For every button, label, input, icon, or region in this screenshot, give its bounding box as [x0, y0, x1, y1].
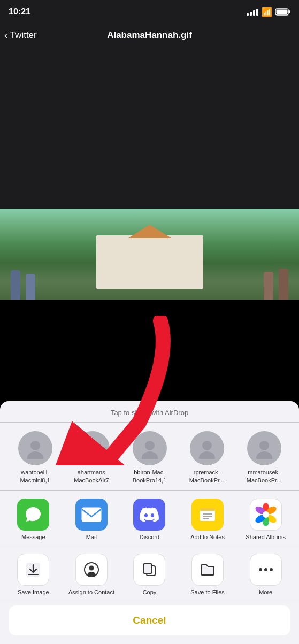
person-name-4: rpremack-MacBookPr... [189, 469, 224, 484]
back-label: Twitter [10, 30, 37, 41]
photos-icon [250, 499, 282, 531]
back-chevron-icon: ‹ [4, 29, 8, 41]
svg-rect-2 [277, 10, 288, 14]
app-label-discord: Discord [140, 534, 159, 540]
nav-bar: ‹ Twitter AlabamaHannah.gif [0, 24, 299, 47]
svg-point-35 [270, 568, 273, 571]
action-item-copy[interactable]: Copy [126, 554, 173, 595]
app-row: Message Mail Discord [0, 491, 299, 546]
app-item-discord[interactable]: Discord [126, 499, 173, 540]
mail-icon [75, 499, 108, 531]
app-label-notes: Add to Notes [190, 534, 225, 540]
svg-point-30 [87, 572, 95, 577]
page-title: AlabamaHannah.gif [107, 30, 192, 41]
svg-rect-13 [82, 508, 101, 522]
app-label-message: Message [21, 534, 45, 540]
svg-point-4 [27, 451, 43, 459]
copy-icon [133, 554, 165, 586]
person-avatar-4 [190, 431, 224, 465]
svg-point-10 [199, 451, 215, 459]
save-image-icon [17, 554, 49, 586]
status-time: 10:21 [9, 7, 30, 17]
person-name-3: bbiron-Mac-BookPro14,1 [133, 469, 167, 484]
person-name-5: mmatousek-MacBookPr... [247, 469, 281, 484]
svg-point-33 [259, 568, 262, 571]
person-avatar-5 [247, 431, 281, 465]
action-item-more[interactable]: More [242, 554, 289, 595]
action-label-copy: Copy [143, 589, 157, 595]
svg-point-8 [142, 451, 158, 459]
airdrop-people-row: wantonelli-Macmini8,1 ahartmans-MacBookA… [0, 423, 299, 491]
signal-icon [247, 9, 258, 16]
svg-rect-1 [289, 10, 290, 13]
svg-point-25 [263, 511, 269, 518]
svg-point-9 [202, 441, 212, 450]
svg-point-29 [89, 566, 94, 571]
more-icon [250, 554, 282, 586]
airdrop-person-3[interactable]: bbiron-Mac-BookPro14,1 [126, 431, 174, 484]
action-item-save-files[interactable]: Save to Files [184, 554, 231, 595]
notes-icon [191, 499, 224, 531]
action-item-assign-contact[interactable]: Assign to Contact [68, 554, 115, 595]
person-avatar-3 [133, 431, 167, 465]
airdrop-person-4[interactable]: rpremack-MacBookPr... [183, 431, 231, 484]
svg-point-7 [145, 441, 155, 450]
svg-point-5 [88, 441, 97, 450]
status-bar: 10:21 📶 [0, 0, 299, 24]
person-avatar-2 [75, 431, 110, 465]
assign-contact-icon [75, 554, 108, 586]
action-item-save-image[interactable]: Save Image [10, 554, 57, 595]
svg-point-12 [256, 451, 272, 459]
person-name-1: wantonelli-Macmini8,1 [20, 469, 50, 484]
action-label-more: More [259, 589, 272, 595]
svg-point-6 [85, 451, 101, 459]
airdrop-person-2[interactable]: ahartmans-MacBookAir7, [68, 431, 117, 484]
svg-point-34 [264, 568, 267, 571]
action-label-assign-contact: Assign to Contact [68, 589, 114, 595]
actions-row: Save Image Assign to Contact Copy [0, 546, 299, 601]
share-sheet: Tap to share with AirDrop wantonelli-Mac… [0, 401, 299, 644]
svg-rect-32 [143, 564, 152, 573]
person-name-2: ahartmans-MacBookAir7, [74, 469, 110, 484]
discord-icon [133, 499, 165, 531]
battery-icon [275, 8, 290, 16]
status-icons: 📶 [247, 7, 290, 17]
airdrop-person-5[interactable]: mmatousek-MacBookPr... [240, 431, 288, 484]
person-avatar-1 [18, 431, 52, 465]
app-item-photos[interactable]: Shared Albums [242, 499, 289, 540]
message-icon [17, 499, 49, 531]
app-label-mail: Mail [86, 534, 97, 540]
action-label-save-files: Save to Files [190, 589, 225, 595]
airdrop-person-1[interactable]: wantonelli-Macmini8,1 [11, 431, 59, 484]
content-image-region [0, 209, 299, 300]
app-item-notes[interactable]: Add to Notes [184, 499, 231, 540]
svg-rect-15 [200, 508, 215, 511]
app-item-mail[interactable]: Mail [68, 499, 115, 540]
svg-point-11 [259, 441, 269, 450]
airdrop-header: Tap to share with AirDrop [0, 401, 299, 423]
action-label-save-image: Save Image [18, 589, 49, 595]
back-button[interactable]: ‹ Twitter [4, 29, 37, 41]
app-item-message[interactable]: Message [10, 499, 57, 540]
app-label-photos: Shared Albums [246, 534, 286, 540]
wifi-icon: 📶 [262, 7, 272, 17]
save-files-icon [191, 554, 224, 586]
svg-point-3 [30, 441, 40, 450]
cancel-button[interactable]: Cancel [9, 605, 290, 635]
